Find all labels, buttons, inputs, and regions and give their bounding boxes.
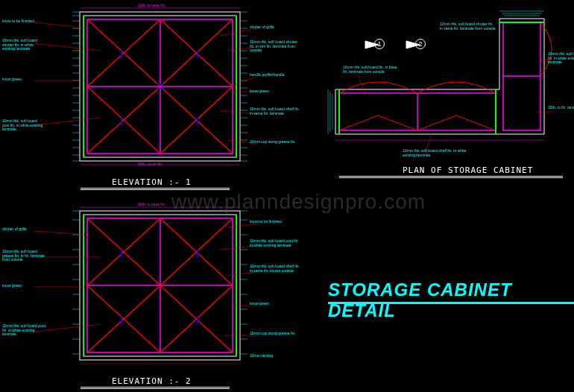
anno-plan-l1: 10mm thk. soft board fin. in base fin. l… bbox=[343, 66, 403, 74]
anno-e2-tl2: 10mm thk. soft board grease fin. in fin.… bbox=[2, 250, 47, 262]
anno-plan-r1: 10mm thk. soft board shelf fin. in white… bbox=[548, 52, 574, 65]
dim-top-2: 10th. to base fin. bbox=[138, 203, 165, 207]
elevation-1-view: 10th. to base fin. know to be finished 1… bbox=[34, 6, 257, 181]
elevation-1-linework bbox=[34, 6, 257, 181]
title-underline bbox=[328, 302, 574, 304]
cad-drawing-canvas: 10th. to base fin. know to be finished 1… bbox=[0, 0, 574, 392]
anno-plan-r2: 10th. to fin. laminate bbox=[548, 106, 574, 110]
anno-e1-tr6: 10mm cop along grease fin. bbox=[250, 140, 296, 145]
dim-bot: 10th. up on fin. bbox=[138, 162, 163, 167]
svg-line-72 bbox=[235, 77, 257, 84]
anno-e1-tl4: 10mm thk. soft board post fin. in white … bbox=[2, 119, 43, 132]
elevation-2-label: ELEVATION :- 2 bbox=[112, 376, 192, 386]
anno-e2-tl3: know green bbox=[2, 284, 22, 288]
plan-linework bbox=[321, 7, 567, 164]
drawing-title: STORAGE CABINET DETAIL bbox=[328, 279, 574, 321]
anno-plan-top: 10mm thk. soft board shutter fin. in sam… bbox=[440, 22, 496, 31]
dim-top: 10th. to base fin. bbox=[138, 4, 165, 8]
anno-e2-tr3: 10mm thk. soft board shelf fin. in same … bbox=[250, 265, 302, 273]
callout-bubble-2: 2 bbox=[415, 39, 426, 49]
watermark-text: www.planndesignpro.com bbox=[171, 190, 426, 214]
anno-e2-bot: 10mm skirting bbox=[250, 354, 273, 358]
elevation-1-label: ELEVATION :- 1 bbox=[112, 177, 192, 187]
svg-line-140 bbox=[417, 116, 456, 130]
plan-underline bbox=[339, 176, 563, 178]
plan-view: 1 2 10mm thk. soft board shutter fin. in… bbox=[321, 7, 567, 164]
anno-e1-tr2: 10mm thk. soft board shutter fin. in sim… bbox=[250, 40, 302, 53]
anno-e1-tl3: know green bbox=[2, 78, 22, 82]
svg-line-123 bbox=[227, 224, 257, 227]
anno-plan-bot: 10mm thk. soft board shelf fin. in white… bbox=[403, 149, 470, 157]
anno-e1-tl1: know to be finished bbox=[2, 19, 34, 24]
svg-line-66 bbox=[34, 22, 89, 28]
anno-e2-tr4: know green bbox=[250, 302, 269, 306]
elevation-2-underline bbox=[81, 387, 230, 389]
svg-line-69 bbox=[34, 118, 101, 125]
plan-label: PLAN OF STORAGE CABINET bbox=[403, 165, 533, 175]
anno-e2-tr5: 10mm cop along grease fin. bbox=[250, 332, 296, 336]
anno-e2-tr2: 10mm thk. soft board post fin. in white … bbox=[250, 239, 302, 247]
svg-line-119 bbox=[34, 231, 89, 235]
anno-e1-tl2: 10mm thk. soft board shutter fin. in whi… bbox=[2, 39, 43, 51]
svg-line-138 bbox=[339, 116, 378, 130]
svg-line-67 bbox=[34, 43, 101, 51]
anno-e2-tl4: 10mm thk. soft board post fin. in white … bbox=[2, 324, 47, 337]
anno-e2-tr1: know to be finished bbox=[250, 220, 282, 224]
svg-line-70 bbox=[220, 28, 257, 36]
elevation-2-view: 10th. to base fin. shutter of grille 10m… bbox=[34, 205, 257, 380]
svg-line-141 bbox=[456, 116, 496, 130]
anno-e2-tl1: shutter of grille bbox=[2, 227, 27, 232]
anno-e1-tr5: 10mm thk. soft board shelf fin. in same … bbox=[250, 107, 302, 116]
anno-e1-tr4: know green bbox=[250, 89, 269, 94]
svg-line-139 bbox=[378, 116, 417, 130]
anno-e1-tr1: shutter of grille bbox=[250, 25, 274, 30]
elevation-2-linework bbox=[34, 205, 257, 380]
callout-bubble-1: 1 bbox=[374, 39, 385, 49]
anno-e1-tr3: handle profile/handle bbox=[250, 73, 284, 78]
